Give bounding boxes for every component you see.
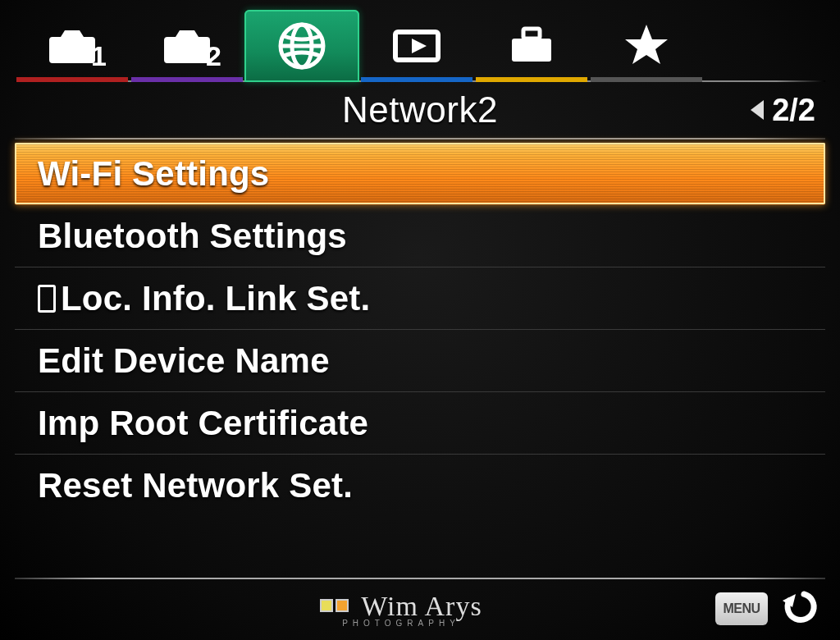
page-header: Network2 2/2 [15,82,825,138]
watermark-text: Wim Arys [361,591,482,621]
menu-button-label: MENU [723,601,760,616]
back-button[interactable] [779,589,819,629]
footer-bar: Wim Arys PHOTOGRAPHY MENU [15,584,825,633]
svg-marker-4 [412,39,427,53]
page-indicator[interactable]: 2/2 [751,93,815,128]
chevron-left-icon [751,100,764,120]
tab-badge-2: 2 [206,40,221,72]
tab-camera-2[interactable]: 2 [130,10,244,82]
menu-item-reset-network[interactable]: Reset Network Set. [15,455,825,517]
toolbox-icon [505,24,558,68]
back-arrow-icon [779,589,819,625]
watermark-logo-icon [320,599,349,612]
menu-item-label: Wi-Fi Settings [38,154,269,194]
tab-network[interactable] [244,10,359,82]
globe-icon [276,20,328,72]
menu-item-label: Imp Root Certificate [38,404,368,443]
menu-item-bluetooth-settings[interactable]: Bluetooth Settings [15,205,825,267]
menu-button[interactable]: MENU [715,592,768,625]
menu-item-imp-root-certificate[interactable]: Imp Root Certificate [15,392,825,455]
watermark-sub: PHOTOGRAPHY [87,619,715,628]
page-indicator-text: 2/2 [772,93,815,128]
svg-rect-6 [523,29,540,39]
tab-playback[interactable] [359,10,474,82]
menu-item-label: Edit Device Name [38,341,330,381]
watermark: Wim Arys PHOTOGRAPHY [87,591,715,628]
tab-bar: 1 2 [15,10,825,82]
divider [15,138,825,139]
menu-item-edit-device-name[interactable]: Edit Device Name [15,330,825,392]
playback-icon [389,25,445,66]
tab-setup[interactable] [474,10,589,82]
menu-item-wifi-settings[interactable]: Wi-Fi Settings [15,143,825,205]
tab-favorites[interactable] [589,10,704,82]
tab-camera-1[interactable]: 1 [15,10,130,82]
phone-icon [38,285,56,313]
divider [15,578,825,579]
menu-item-label: Bluetooth Settings [38,217,347,256]
star-icon [622,21,671,71]
svg-marker-9 [625,25,668,64]
menu-item-label: Loc. Info. Link Set. [61,279,370,318]
tab-badge-1: 1 [91,40,107,72]
menu-item-loc-info-link[interactable]: Loc. Info. Link Set. [15,267,825,330]
menu-item-label: Reset Network Set. [38,466,353,505]
menu-list: Wi-Fi Settings Bluetooth Settings Loc. I… [15,143,825,578]
page-title: Network2 [342,89,498,130]
